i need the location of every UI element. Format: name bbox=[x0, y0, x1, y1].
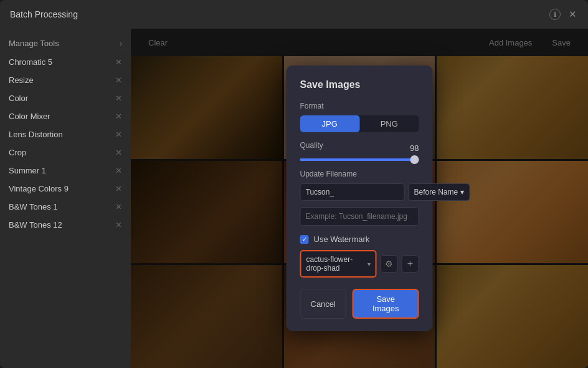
title-bar: Batch Processing ℹ ✕ bbox=[0, 0, 588, 29]
image-area: Clear Add Images Save bbox=[131, 29, 588, 368]
watermark-label: Use Watermark bbox=[314, 235, 370, 244]
watermark-dropdown[interactable]: cactus-flower-drop-shad ▾ bbox=[300, 250, 377, 278]
sidebar-item-label: Resize bbox=[9, 75, 34, 85]
title-bar-icons: ℹ ✕ bbox=[549, 9, 578, 20]
watermark-checkbox[interactable]: ✓ bbox=[300, 235, 309, 244]
modal-container: Save Images Format JPG PNG Quality 98 bbox=[287, 65, 433, 331]
quality-slider-fill bbox=[300, 158, 417, 161]
quality-slider[interactable] bbox=[300, 158, 419, 161]
watermark-row: ✓ Use Watermark bbox=[300, 235, 419, 244]
quality-value: 98 bbox=[410, 143, 419, 153]
update-filename-label: Update Filename bbox=[300, 170, 419, 178]
sidebar: Manage Tools › Chromatic 5 ✕ Resize ✕ Co… bbox=[0, 29, 131, 368]
sidebar-item-remove-chromatic-5[interactable]: ✕ bbox=[115, 57, 122, 67]
format-jpg-button[interactable]: JPG bbox=[300, 115, 360, 132]
sidebar-item-remove-lens-distortion[interactable]: ✕ bbox=[115, 130, 122, 139]
main-window: Batch Processing ℹ ✕ Manage Tools › Chro… bbox=[0, 0, 588, 368]
sidebar-item-color[interactable]: Color ✕ bbox=[0, 89, 131, 107]
content-area: Manage Tools › Chromatic 5 ✕ Resize ✕ Co… bbox=[0, 29, 588, 368]
save-images-modal: Save Images Format JPG PNG Quality 98 bbox=[287, 65, 433, 331]
info-icon[interactable]: ℹ bbox=[549, 9, 561, 20]
sidebar-item-label: Color Mixer bbox=[9, 112, 50, 121]
gear-icon: ⚙ bbox=[385, 259, 393, 269]
manage-tools-label: Manage Tools bbox=[9, 39, 59, 48]
quality-label: Quality bbox=[300, 141, 323, 150]
before-name-arrow: ▾ bbox=[460, 188, 464, 196]
filename-preview-input[interactable] bbox=[300, 207, 419, 226]
sidebar-item-vintage-colors-9[interactable]: Vintage Colors 9 ✕ bbox=[0, 180, 131, 198]
save-images-button[interactable]: Save Images bbox=[353, 289, 419, 319]
sidebar-item-label: B&W Tones 1 bbox=[9, 202, 58, 211]
sidebar-item-remove-color-mixer[interactable]: ✕ bbox=[115, 112, 122, 121]
sidebar-item-label: Color bbox=[9, 94, 28, 103]
modal-title: Save Images bbox=[300, 79, 419, 90]
sidebar-header-arrow: › bbox=[120, 39, 122, 48]
quality-slider-container[interactable] bbox=[300, 158, 419, 161]
sidebar-item-chromatic-5[interactable]: Chromatic 5 ✕ bbox=[0, 53, 131, 71]
cancel-button[interactable]: Cancel bbox=[300, 289, 346, 319]
close-button[interactable]: ✕ bbox=[567, 9, 578, 20]
action-buttons: Cancel Save Images bbox=[300, 289, 419, 319]
sidebar-item-label: Lens Distortion bbox=[9, 130, 63, 139]
quality-row: Quality 98 bbox=[300, 141, 419, 155]
filename-row: Before Name ▾ bbox=[300, 183, 419, 201]
watermark-dropdown-arrow: ▾ bbox=[368, 261, 371, 268]
sidebar-item-remove-crop[interactable]: ✕ bbox=[115, 148, 122, 157]
watermark-select-row: cactus-flower-drop-shad ▾ ⚙ + bbox=[300, 250, 419, 278]
sidebar-item-remove-summer-1[interactable]: ✕ bbox=[115, 166, 122, 175]
title-bar-left: Batch Processing bbox=[10, 9, 78, 19]
before-name-select[interactable]: Before Name ▾ bbox=[409, 183, 470, 201]
sidebar-item-remove-bw-tones-12[interactable]: ✕ bbox=[115, 220, 122, 230]
sidebar-item-label: B&W Tones 12 bbox=[9, 220, 62, 230]
quality-slider-thumb[interactable] bbox=[410, 155, 419, 164]
filename-input[interactable] bbox=[300, 183, 405, 201]
sidebar-item-remove-vintage-colors-9[interactable]: ✕ bbox=[115, 184, 122, 193]
sidebar-item-label: Vintage Colors 9 bbox=[9, 184, 69, 193]
sidebar-item-bw-tones-1[interactable]: B&W Tones 1 ✕ bbox=[0, 198, 131, 216]
sidebar-item-label: Chromatic 5 bbox=[9, 57, 52, 67]
sidebar-item-label: Summer 1 bbox=[9, 166, 46, 175]
sidebar-item-remove-color[interactable]: ✕ bbox=[115, 94, 122, 103]
before-name-label: Before Name bbox=[414, 188, 458, 196]
sidebar-header[interactable]: Manage Tools › bbox=[0, 34, 131, 53]
format-png-button[interactable]: PNG bbox=[359, 115, 419, 132]
sidebar-item-crop[interactable]: Crop ✕ bbox=[0, 143, 131, 162]
sidebar-item-lens-distortion[interactable]: Lens Distortion ✕ bbox=[0, 125, 131, 143]
sidebar-item-remove-resize[interactable]: ✕ bbox=[115, 75, 122, 85]
sidebar-item-summer-1[interactable]: Summer 1 ✕ bbox=[0, 162, 131, 180]
format-label: Format bbox=[300, 102, 419, 110]
checkbox-check-icon: ✓ bbox=[302, 236, 307, 243]
format-toggle: JPG PNG bbox=[300, 115, 419, 132]
watermark-gear-button[interactable]: ⚙ bbox=[381, 255, 398, 273]
sidebar-item-remove-bw-tones-1[interactable]: ✕ bbox=[115, 202, 122, 211]
sidebar-item-color-mixer[interactable]: Color Mixer ✕ bbox=[0, 107, 131, 125]
watermark-add-button[interactable]: + bbox=[402, 255, 419, 273]
window-title: Batch Processing bbox=[10, 9, 78, 19]
watermark-option-label: cactus-flower-drop-shad bbox=[306, 255, 368, 273]
sidebar-item-bw-tones-12[interactable]: B&W Tones 12 ✕ bbox=[0, 216, 131, 234]
sidebar-item-resize[interactable]: Resize ✕ bbox=[0, 71, 131, 89]
sidebar-item-label: Crop bbox=[9, 148, 26, 157]
plus-icon: + bbox=[407, 258, 413, 269]
